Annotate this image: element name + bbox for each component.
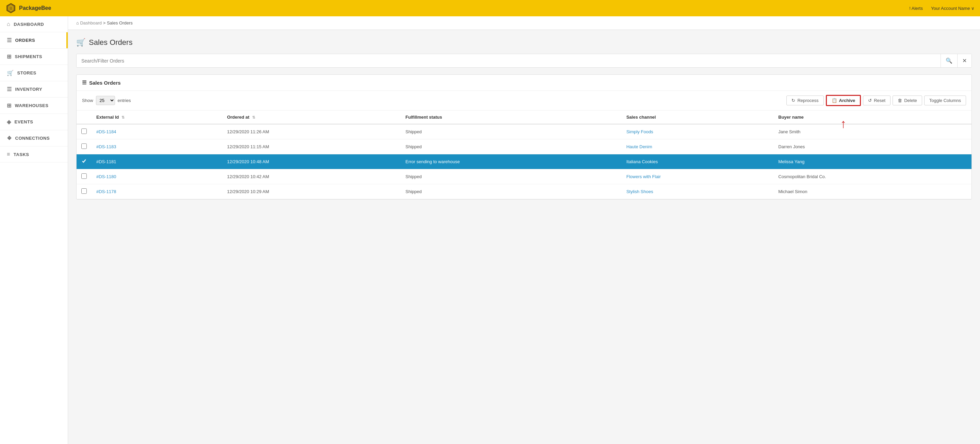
delete-button[interactable]: 🗑 Delete — [892, 95, 922, 105]
external-id-link[interactable]: #DS-1184 — [96, 129, 116, 134]
sidebar-label-events: EVENTS — [14, 119, 33, 124]
layout: ⌂ DASHBOARD ☰ ORDERS ⊞ SHIPMENTS 🛒 STORE… — [0, 16, 980, 444]
sidebar-item-events[interactable]: ◈ EVENTS — [0, 114, 68, 130]
archive-wrapper: 📋 Archive ↑ — [826, 95, 861, 106]
row-ordered-at: 12/29/2020 11:15 AM — [222, 140, 401, 154]
row-ordered-at: 12/29/2020 11:26 AM — [222, 124, 401, 140]
row-external-id[interactable]: #DS-1180 — [92, 169, 222, 184]
row-checkbox-cell — [76, 154, 92, 169]
sidebar-item-inventory[interactable]: ☰ INVENTORY — [0, 81, 68, 98]
tasks-icon: ≡ — [7, 151, 10, 157]
search-input[interactable] — [76, 55, 940, 67]
warehouses-icon: ⊞ — [7, 102, 11, 109]
reset-icon: ↺ — [868, 98, 872, 103]
logo[interactable]: B PackageBee — [5, 3, 51, 14]
row-sales-channel[interactable]: Flowers with Flair — [622, 169, 774, 184]
row-buyer-name: Darren Jones — [773, 140, 972, 154]
table-header-icon: ☰ — [82, 79, 86, 86]
sidebar-label-stores: STORES — [18, 70, 37, 76]
table-card: ☰ Sales Orders Show 25 50 100 entries — [76, 75, 972, 200]
sidebar-item-dashboard[interactable]: ⌂ DASHBOARD — [0, 16, 68, 32]
logo-text: PackageBee — [19, 5, 51, 11]
sort-icon-ordered-at: ⇅ — [252, 115, 255, 119]
table-header-title: Sales Orders — [89, 80, 121, 86]
breadcrumb-home-icon: ⌂ — [76, 21, 79, 25]
alerts-link[interactable]: ! Alerts — [909, 6, 923, 11]
sidebar-item-connections[interactable]: ❖ CONNECTIONS — [0, 130, 68, 146]
col-header-external-id[interactable]: External Id ⇅ — [92, 111, 222, 124]
reset-label: Reset — [874, 98, 885, 103]
col-header-buyer-name: Buyer name — [773, 111, 972, 124]
row-checkbox[interactable] — [81, 188, 87, 194]
external-id-link[interactable]: #DS-1178 — [96, 189, 116, 194]
row-external-id[interactable]: #DS-1178 — [92, 184, 222, 199]
toggle-columns-label: Toggle Columns — [929, 98, 961, 103]
row-fulfillment-status: Shipped — [401, 124, 622, 140]
row-checkbox[interactable] — [81, 159, 87, 164]
sales-channel-link[interactable]: Italiana Cookies — [627, 159, 658, 164]
sidebar-item-warehouses[interactable]: ⊞ WAREHOUSES — [0, 98, 68, 114]
sidebar-item-shipments[interactable]: ⊞ SHIPMENTS — [0, 49, 68, 65]
sales-channel-link[interactable]: Simply Foods — [627, 129, 653, 134]
row-buyer-name: Cosmopolitan Bridal Co. — [773, 169, 972, 184]
entries-select[interactable]: 25 50 100 — [96, 96, 115, 105]
external-id-link[interactable]: #DS-1180 — [96, 174, 116, 179]
page-title-text: Sales Orders — [89, 38, 132, 47]
external-id-link[interactable]: #DS-1183 — [96, 144, 116, 149]
delete-label: Delete — [904, 98, 917, 103]
row-sales-channel[interactable]: Haute Denim — [622, 140, 774, 154]
table-header-row: External Id ⇅ Ordered at ⇅ Fulfillment s… — [76, 111, 972, 124]
table-row[interactable]: #DS-118012/29/2020 10:42 AMShippedFlower… — [76, 169, 972, 184]
table-row[interactable]: #DS-117812/29/2020 10:29 AMShippedStylis… — [76, 184, 972, 199]
row-buyer-name: Jane Smith — [773, 124, 972, 140]
row-fulfillment-status: Shipped — [401, 140, 622, 154]
reprocess-button[interactable]: ↻ Reprocess — [786, 95, 824, 105]
table-row[interactable]: #DS-118112/29/2020 10:48 AMError sending… — [76, 154, 972, 169]
sales-channel-link[interactable]: Flowers with Flair — [627, 174, 661, 179]
sales-channel-link[interactable]: Stylish Shoes — [627, 189, 653, 194]
external-id-link[interactable]: #DS-1181 — [96, 159, 116, 164]
breadcrumb-separator: > — [103, 21, 107, 25]
table-row[interactable]: #DS-118312/29/2020 11:15 AMShippedHaute … — [76, 140, 972, 154]
row-checkbox[interactable] — [81, 128, 87, 134]
row-buyer-name: Michael Simon — [773, 184, 972, 199]
row-external-id[interactable]: #DS-1183 — [92, 140, 222, 154]
account-link[interactable]: Your Account Name ∨ — [931, 6, 975, 11]
table-card-header: ☰ Sales Orders — [76, 75, 972, 91]
sidebar-item-tasks[interactable]: ≡ TASKS — [0, 146, 68, 162]
sidebar-item-orders[interactable]: ☰ ORDERS — [0, 32, 68, 49]
row-external-id[interactable]: #DS-1181 — [92, 154, 222, 169]
sidebar-item-stores[interactable]: 🛒 STORES — [0, 65, 68, 81]
breadcrumb: ⌂ Dashboard > Sales Orders — [68, 16, 980, 30]
row-ordered-at: 12/29/2020 10:48 AM — [222, 154, 401, 169]
sidebar-label-dashboard: DASHBOARD — [14, 22, 44, 27]
search-button[interactable]: 🔍 — [940, 54, 957, 67]
row-checkbox[interactable] — [81, 143, 87, 149]
main-content: ⌂ Dashboard > Sales Orders 🛒 Sales Order… — [68, 16, 980, 444]
sales-channel-link[interactable]: Haute Denim — [627, 144, 652, 149]
reprocess-label: Reprocess — [797, 98, 818, 103]
table-row[interactable]: #DS-118412/29/2020 11:26 AMShippedSimply… — [76, 124, 972, 140]
sidebar-label-tasks: TASKS — [14, 152, 29, 157]
row-external-id[interactable]: #DS-1184 — [92, 124, 222, 140]
reset-button[interactable]: ↺ Reset — [863, 95, 891, 105]
archive-label: Archive — [839, 98, 856, 103]
sidebar-label-shipments: SHIPMENTS — [15, 54, 42, 59]
logo-icon: B — [5, 3, 16, 14]
stores-icon: 🛒 — [7, 70, 14, 76]
sidebar-label-connections: CONNECTIONS — [15, 136, 50, 141]
row-sales-channel[interactable]: Italiana Cookies — [622, 154, 774, 169]
row-checkbox[interactable] — [81, 173, 87, 179]
row-sales-channel[interactable]: Stylish Shoes — [622, 184, 774, 199]
sidebar-label-orders: ORDERS — [15, 38, 35, 43]
table-actions: ↻ Reprocess 📋 Archive ↑ ↺ — [786, 95, 966, 106]
events-icon: ◈ — [7, 119, 11, 125]
header: B PackageBee ! Alerts Your Account Name … — [0, 0, 980, 16]
archive-button[interactable]: 📋 Archive — [826, 95, 861, 106]
breadcrumb-dashboard[interactable]: Dashboard — [80, 21, 102, 25]
search-clear-button[interactable]: ✕ — [957, 54, 972, 67]
toggle-columns-button[interactable]: Toggle Columns — [924, 95, 966, 105]
row-sales-channel[interactable]: Simply Foods — [622, 124, 774, 140]
connections-icon: ❖ — [7, 135, 12, 141]
col-header-ordered-at[interactable]: Ordered at ⇅ — [222, 111, 401, 124]
